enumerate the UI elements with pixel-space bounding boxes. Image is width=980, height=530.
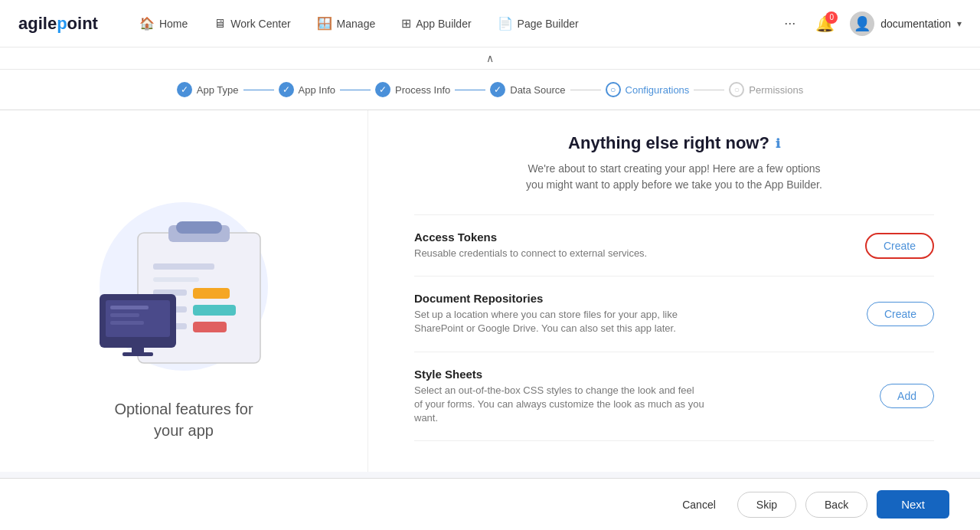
info-icon[interactable]: ℹ bbox=[776, 136, 780, 151]
step-label-data-source: Data Source bbox=[510, 84, 565, 96]
step-divider-4 bbox=[570, 90, 601, 90]
main-content: Optional features for your app Anything … bbox=[0, 110, 980, 472]
nav-item-work-center[interactable]: 🖥 Work Center bbox=[203, 11, 301, 37]
header: agilepoint 🏠 Home 🖥 Work Center 🪟 Manage… bbox=[0, 0, 980, 47]
subtitle-line2: you might want to apply before we take y… bbox=[526, 178, 822, 191]
user-name: documentation bbox=[880, 18, 951, 30]
collapse-bar: ∧ bbox=[0, 47, 980, 70]
nav-item-home[interactable]: 🏠 Home bbox=[129, 10, 198, 37]
more-options-button[interactable]: ··· bbox=[779, 11, 800, 36]
svg-rect-14 bbox=[110, 306, 149, 309]
step-data-source[interactable]: ✓ Data Source bbox=[490, 82, 565, 97]
nav-label-app-builder: App Builder bbox=[416, 18, 471, 30]
feature-item-document-repositories: Document Repositories Set up a location … bbox=[414, 276, 934, 352]
step-app-info[interactable]: ✓ App Info bbox=[279, 82, 335, 97]
step-divider-3 bbox=[455, 90, 485, 90]
feature-item-style-sheets: Style Sheets Select an out-of-the-box CS… bbox=[414, 352, 934, 442]
cancel-button[interactable]: Cancel bbox=[670, 492, 728, 517]
step-icon-process-info: ✓ bbox=[375, 82, 390, 97]
manage-icon: 🪟 bbox=[317, 16, 332, 31]
step-label-app-type: App Type bbox=[197, 84, 239, 96]
left-panel: Optional features for your app bbox=[0, 110, 368, 472]
illustration bbox=[77, 172, 291, 386]
step-label-configurations: Configurations bbox=[626, 84, 690, 96]
feature-name-style-sheets: Style Sheets bbox=[414, 368, 705, 381]
create-access-tokens-button[interactable]: Create bbox=[865, 233, 934, 259]
step-divider-2 bbox=[340, 90, 371, 90]
title-text: Anything else right now? bbox=[568, 133, 769, 153]
feature-item-access-tokens: Access Tokens Reusable credentials to co… bbox=[414, 215, 934, 276]
svg-rect-16 bbox=[110, 321, 144, 325]
svg-rect-3 bbox=[176, 221, 222, 234]
step-label-permissions: Permissions bbox=[749, 84, 803, 96]
svg-rect-5 bbox=[153, 277, 199, 282]
logo: agilepoint bbox=[18, 14, 98, 34]
step-process-info[interactable]: ✓ Process Info bbox=[375, 82, 450, 97]
nav-label-work-center: Work Center bbox=[230, 18, 290, 30]
steps-bar: ✓ App Type ✓ App Info ✓ Process Info ✓ D… bbox=[0, 70, 980, 110]
nav-label-page-builder: Page Builder bbox=[518, 18, 579, 30]
user-menu[interactable]: 👤 documentation ▾ bbox=[850, 11, 962, 36]
svg-rect-18 bbox=[122, 352, 153, 356]
page-builder-icon: 📄 bbox=[498, 16, 513, 31]
feature-info-style-sheets: Style Sheets Select an out-of-the-box CS… bbox=[414, 368, 705, 426]
nav-item-manage[interactable]: 🪟 Manage bbox=[306, 10, 387, 37]
svg-rect-4 bbox=[153, 263, 214, 270]
app-builder-icon: ⊞ bbox=[401, 16, 411, 31]
notification-badge: 0 bbox=[825, 11, 838, 24]
step-icon-app-info: ✓ bbox=[279, 82, 294, 97]
feature-info-document-repositories: Document Repositories Set up a location … bbox=[414, 292, 705, 335]
bottom-bar: Cancel Skip Back Next bbox=[0, 478, 980, 530]
next-button[interactable]: Next bbox=[877, 490, 949, 519]
caption-line1: Optional features for bbox=[114, 401, 253, 417]
nav-item-app-builder[interactable]: ⊞ App Builder bbox=[390, 10, 482, 37]
illustration-caption: Optional features for your app bbox=[114, 398, 253, 441]
svg-rect-15 bbox=[110, 313, 139, 317]
step-icon-configurations: ○ bbox=[606, 82, 621, 97]
feature-name-access-tokens: Access Tokens bbox=[414, 231, 647, 244]
nav-label-manage: Manage bbox=[337, 18, 376, 30]
section-subtitle: We're about to start creating your app! … bbox=[414, 161, 934, 193]
feature-desc-document-repositories: Set up a location where you can store fi… bbox=[414, 308, 705, 335]
step-label-process-info: Process Info bbox=[395, 84, 450, 96]
nav-label-home: Home bbox=[159, 18, 188, 30]
nav-right: ··· 🔔 0 👤 documentation ▾ bbox=[779, 11, 962, 36]
add-style-sheets-button[interactable]: Add bbox=[880, 384, 934, 408]
svg-rect-7 bbox=[193, 305, 236, 316]
section-title: Anything else right now? ℹ bbox=[414, 133, 934, 153]
step-divider-5 bbox=[694, 90, 724, 90]
home-icon: 🏠 bbox=[139, 16, 155, 31]
step-icon-data-source: ✓ bbox=[490, 82, 505, 97]
notification-button[interactable]: 🔔 0 bbox=[812, 11, 838, 36]
feature-info-access-tokens: Access Tokens Reusable credentials to co… bbox=[414, 231, 647, 260]
svg-rect-6 bbox=[193, 288, 230, 299]
logo-text: agilepoint bbox=[18, 14, 98, 33]
step-icon-permissions: ○ bbox=[729, 82, 744, 97]
step-permissions[interactable]: ○ Permissions bbox=[729, 82, 803, 97]
user-icon: 👤 bbox=[854, 15, 871, 32]
chevron-down-icon: ▾ bbox=[957, 18, 962, 29]
step-configurations[interactable]: ○ Configurations bbox=[606, 82, 690, 97]
right-panel: Anything else right now? ℹ We're about t… bbox=[368, 110, 980, 472]
back-button[interactable]: Back bbox=[805, 492, 867, 518]
step-label-app-info: App Info bbox=[299, 84, 335, 96]
avatar: 👤 bbox=[850, 11, 874, 36]
monitor-icon: 🖥 bbox=[214, 17, 226, 31]
subtitle-line1: We're about to start creating your app! … bbox=[528, 162, 820, 175]
skip-button[interactable]: Skip bbox=[737, 492, 796, 518]
feature-desc-access-tokens: Reusable credentials to connect to exter… bbox=[414, 247, 647, 260]
nav-item-page-builder[interactable]: 📄 Page Builder bbox=[487, 10, 590, 37]
svg-rect-8 bbox=[193, 322, 227, 332]
feature-desc-style-sheets: Select an out-of-the-box CSS styles to c… bbox=[414, 384, 705, 426]
step-divider-1 bbox=[243, 90, 274, 90]
feature-list: Access Tokens Reusable credentials to co… bbox=[414, 214, 934, 441]
create-document-repositories-button[interactable]: Create bbox=[867, 302, 934, 326]
feature-name-document-repositories: Document Repositories bbox=[414, 292, 705, 305]
collapse-arrow-icon[interactable]: ∧ bbox=[486, 52, 494, 64]
step-icon-app-type: ✓ bbox=[177, 82, 192, 97]
main-nav: 🏠 Home 🖥 Work Center 🪟 Manage ⊞ App Buil… bbox=[129, 10, 779, 37]
caption-line2: your app bbox=[154, 422, 214, 439]
step-app-type[interactable]: ✓ App Type bbox=[177, 82, 239, 97]
